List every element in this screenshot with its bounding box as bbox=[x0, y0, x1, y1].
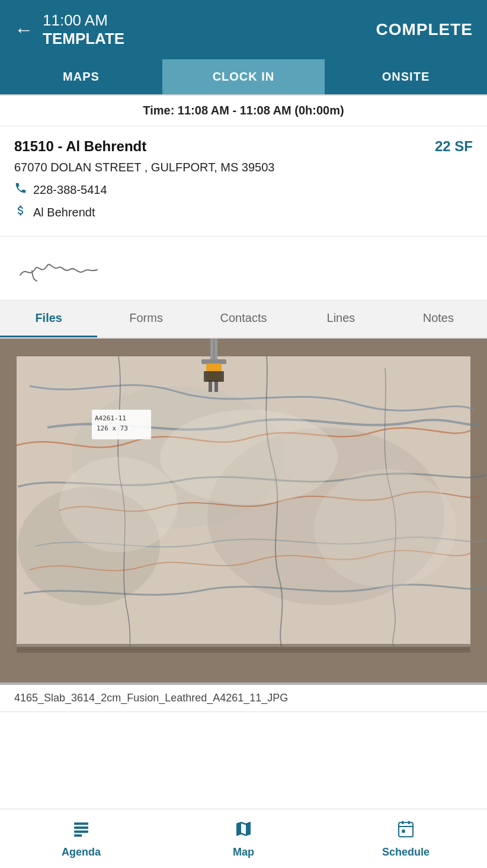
header-left: ← 11:00 AM TEMPLATE bbox=[14, 11, 124, 48]
header: ← 11:00 AM TEMPLATE COMPLETE bbox=[0, 0, 487, 59]
signature bbox=[14, 248, 109, 288]
svg-point-6 bbox=[160, 410, 338, 505]
time-row: Time: 11:08 AM - 11:08 AM (0h:00m) bbox=[0, 95, 487, 126]
bottom-nav: Agenda Map Schedule bbox=[0, 809, 487, 868]
nav-agenda[interactable]: Agenda bbox=[0, 809, 162, 868]
phone-number: 228-388-5414 bbox=[33, 183, 107, 197]
agenda-icon bbox=[72, 819, 91, 843]
complete-button[interactable]: COMPLETE bbox=[376, 20, 473, 39]
info-section: 81510 - Al Behrendt 22 SF 67070 DOLAN ST… bbox=[0, 126, 487, 237]
image-area: A4261-11 126 x 73 bbox=[0, 339, 487, 685]
svg-rect-20 bbox=[17, 649, 470, 653]
tab-maps[interactable]: MAPS bbox=[0, 59, 162, 94]
nav-schedule[interactable]: Schedule bbox=[325, 809, 487, 868]
svg-rect-21 bbox=[74, 822, 88, 825]
header-time: 11:00 AM bbox=[43, 11, 124, 30]
sub-tab-contacts[interactable]: Contacts bbox=[195, 301, 292, 337]
customer-name: 81510 - Al Behrendt bbox=[14, 138, 146, 155]
svg-text:126 x 73: 126 x 73 bbox=[97, 425, 128, 432]
sf-badge: 22 SF bbox=[435, 138, 473, 155]
time-label: Time: bbox=[143, 104, 174, 117]
billing-name: Al Behrendt bbox=[33, 206, 95, 219]
nav-agenda-label: Agenda bbox=[62, 846, 101, 859]
svg-rect-29 bbox=[402, 829, 405, 832]
back-button[interactable]: ← bbox=[14, 19, 33, 41]
tab-onsite[interactable]: ONSITE bbox=[325, 59, 487, 94]
svg-point-7 bbox=[314, 469, 456, 588]
sub-tabs: Files Forms Contacts Lines Notes bbox=[0, 301, 487, 339]
sub-tab-lines[interactable]: Lines bbox=[292, 301, 389, 337]
nav-schedule-label: Schedule bbox=[382, 846, 430, 859]
sub-tab-forms[interactable]: Forms bbox=[97, 301, 194, 337]
svg-rect-17 bbox=[204, 371, 224, 382]
map-icon bbox=[234, 819, 253, 843]
header-template: TEMPLATE bbox=[43, 30, 124, 48]
signature-section bbox=[0, 237, 487, 301]
tab-bar: MAPS CLOCK IN ONSITE bbox=[0, 59, 487, 95]
sub-tab-notes[interactable]: Notes bbox=[390, 301, 487, 337]
info-top-row: 81510 - Al Behrendt 22 SF bbox=[14, 138, 473, 155]
svg-point-8 bbox=[59, 457, 178, 552]
svg-rect-25 bbox=[399, 822, 413, 837]
address: 67070 DOLAN STREET , GULFPORT, MS 39503 bbox=[14, 161, 473, 174]
svg-rect-19 bbox=[17, 644, 470, 650]
svg-rect-22 bbox=[74, 826, 88, 829]
dollar-icon bbox=[14, 204, 27, 221]
stone-slab-image: A4261-11 126 x 73 bbox=[0, 339, 487, 682]
billing-row: Al Behrendt bbox=[14, 204, 473, 221]
time-value: 11:08 AM - 11:08 AM (0h:00m) bbox=[178, 104, 344, 117]
nav-map[interactable]: Map bbox=[162, 809, 325, 868]
phone-row: 228-388-5414 bbox=[14, 181, 473, 198]
header-title-block: 11:00 AM TEMPLATE bbox=[43, 11, 124, 48]
sub-tab-files[interactable]: Files bbox=[0, 301, 97, 337]
image-caption: 4165_Slab_3614_2cm_Fusion_Leathred_A4261… bbox=[0, 685, 487, 712]
svg-rect-24 bbox=[74, 834, 82, 837]
nav-map-label: Map bbox=[233, 846, 254, 859]
svg-rect-23 bbox=[74, 830, 88, 832]
phone-icon bbox=[14, 181, 27, 198]
svg-text:A4261-11: A4261-11 bbox=[95, 414, 126, 422]
schedule-icon bbox=[396, 819, 415, 843]
tab-clock-in[interactable]: CLOCK IN bbox=[162, 59, 325, 94]
